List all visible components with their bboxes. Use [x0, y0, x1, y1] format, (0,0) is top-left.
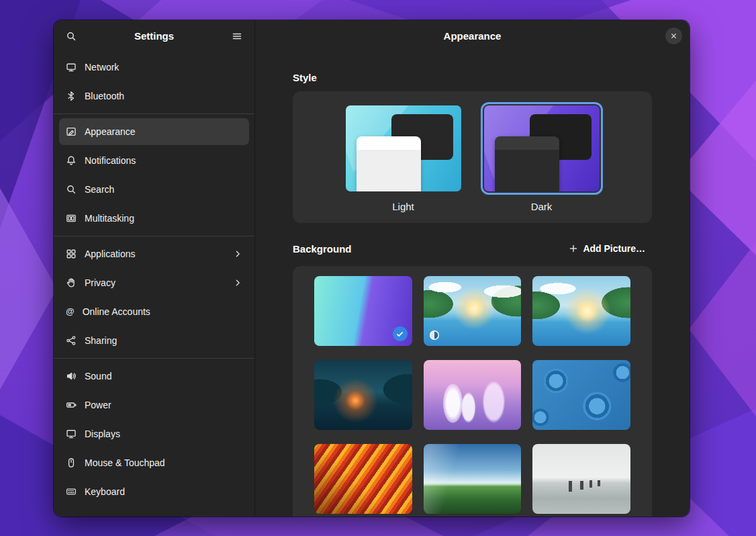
wallpaper-thumbnail-morning-landscape[interactable]: [424, 276, 522, 346]
main-headerbar[interactable]: Appearance: [255, 20, 690, 52]
search-button[interactable]: [59, 25, 83, 48]
sidebar-item-label: Multitasking: [85, 213, 242, 224]
applications-icon: [66, 249, 77, 259]
sidebar-item-mouse-touchpad[interactable]: Mouse & Touchpad: [59, 449, 249, 476]
sidebar-item-bluetooth[interactable]: Bluetooth: [59, 83, 249, 109]
mouse-icon: [66, 457, 77, 468]
sidebar-item-label: Appearance: [85, 126, 242, 137]
dark-selection-frame: [481, 102, 603, 195]
dark-theme-preview: [484, 105, 600, 191]
sidebar-separator: [54, 236, 254, 236]
keyboard-icon: [66, 486, 77, 497]
wallpaper-thumbnail-winter-sunset[interactable]: [424, 360, 522, 430]
multitasking-icon: [66, 213, 77, 224]
sidebar-list: Network Bluetooth Appearance Notific: [54, 52, 254, 512]
sidebar-item-displays[interactable]: Displays: [59, 420, 249, 447]
privacy-hand-icon: [66, 277, 77, 288]
page-title: Appearance: [444, 30, 502, 42]
light-option-label: Light: [392, 201, 414, 212]
sidebar-separator: [54, 358, 254, 359]
wallpaper-thumbnail-blue-knots[interactable]: [532, 360, 630, 430]
appearance-content: Style Light: [255, 52, 690, 517]
hamburger-menu-icon: [232, 31, 242, 42]
dark-option-label: Dark: [531, 201, 553, 212]
selected-check-badge: [393, 326, 408, 341]
wallpaper-grid: [314, 276, 630, 514]
close-button[interactable]: [665, 28, 682, 44]
style-option-dark[interactable]: Dark: [481, 102, 603, 212]
wallpaper-thumbnail-gnome-default[interactable]: [314, 276, 412, 346]
appearance-icon: [66, 126, 77, 137]
sidebar-item-notifications[interactable]: Notifications: [59, 147, 249, 174]
sidebar-item-label: Applications: [85, 249, 225, 259]
sidebar-item-sound[interactable]: Sound: [59, 363, 249, 390]
search-icon: [66, 31, 77, 42]
wallpaper-thumbnail-day-landscape[interactable]: [532, 276, 630, 346]
sidebar-item-search[interactable]: Search: [59, 176, 249, 203]
sidebar-item-label: Network: [85, 62, 242, 73]
settings-window: Settings Network Bluetooth: [54, 20, 690, 517]
sidebar-item-label: Privacy: [85, 277, 225, 288]
wallpaper-thumbnail-green-field[interactable]: [424, 444, 522, 514]
power-battery-icon: [66, 400, 77, 410]
style-option-light[interactable]: Light: [342, 102, 465, 212]
mock-window-front: [495, 136, 559, 191]
sidebar-item-appearance[interactable]: Appearance: [59, 118, 249, 145]
style-section-title: Style: [293, 72, 652, 83]
sidebar-item-label: Online Accounts: [83, 306, 242, 317]
sidebar-title: Settings: [83, 30, 225, 42]
wallpaper-thumbnail-foggy-pier[interactable]: [532, 444, 630, 514]
background-card: [293, 266, 652, 517]
wallpaper-facet: [689, 242, 756, 416]
light-selection-frame: [342, 102, 465, 195]
notifications-icon: [66, 155, 77, 166]
style-card: Light Dark: [293, 91, 652, 223]
chevron-right-icon: [233, 249, 242, 259]
sidebar-item-label: Power: [85, 400, 242, 410]
wallpaper-thumbnail-night-landscape[interactable]: [314, 360, 412, 430]
time-of-day-slideshow-icon: [429, 330, 440, 341]
sound-icon: [66, 371, 77, 382]
sidebar-headerbar[interactable]: Settings: [54, 20, 254, 52]
bluetooth-icon: [66, 91, 77, 101]
network-icon: [66, 62, 77, 73]
mock-window-front: [357, 136, 421, 191]
sidebar-item-label: Search: [85, 184, 242, 195]
sharing-icon: [66, 335, 77, 346]
sidebar-item-power[interactable]: Power: [59, 392, 249, 418]
sidebar-item-label: Keyboard: [85, 486, 242, 497]
wallpaper-facet: [0, 188, 57, 390]
add-picture-label: Add Picture…: [583, 243, 645, 254]
sidebar-item-multitasking[interactable]: Multitasking: [59, 205, 249, 232]
sidebar-item-privacy[interactable]: Privacy: [59, 269, 249, 296]
sidebar-item-label: Bluetooth: [85, 91, 242, 101]
search-icon: [66, 184, 77, 195]
sidebar-item-label: Sound: [85, 371, 242, 382]
plus-icon: [569, 244, 578, 253]
sidebar-item-label: Sharing: [85, 335, 242, 346]
sidebar-item-sharing[interactable]: Sharing: [59, 327, 249, 354]
close-icon: [669, 32, 678, 40]
sidebar-item-label: Notifications: [85, 155, 242, 166]
background-section-title: Background: [293, 243, 352, 255]
add-picture-button[interactable]: Add Picture…: [562, 239, 652, 258]
sidebar: Settings Network Bluetooth: [54, 20, 255, 517]
chevron-right-icon: [233, 278, 242, 287]
sidebar-item-network[interactable]: Network: [59, 54, 249, 81]
wallpaper-thumbnail-woven-fabric[interactable]: [314, 444, 412, 514]
light-theme-preview: [346, 105, 461, 191]
displays-icon: [66, 429, 77, 439]
main-menu-button[interactable]: [225, 25, 249, 48]
sidebar-separator: [54, 114, 254, 114]
appearance-panel: Appearance Style Light: [255, 20, 690, 517]
sidebar-item-label: Displays: [85, 429, 242, 439]
sidebar-item-applications[interactable]: Applications: [59, 240, 249, 267]
sidebar-item-label: Mouse & Touchpad: [85, 457, 242, 468]
online-accounts-icon: @: [66, 306, 75, 317]
sidebar-item-keyboard[interactable]: Keyboard: [59, 478, 249, 505]
sidebar-item-online-accounts[interactable]: @ Online Accounts: [59, 298, 249, 325]
background-section-header: Background Add Picture…: [293, 239, 652, 258]
